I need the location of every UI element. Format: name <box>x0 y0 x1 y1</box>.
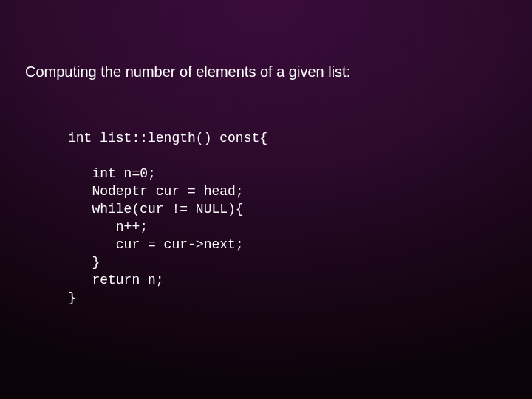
code-line: } <box>68 255 100 270</box>
slide: Computing the number of elements of a gi… <box>0 0 532 399</box>
code-line: cur = cur->next; <box>68 237 244 252</box>
code-line: while(cur != NULL){ <box>68 202 244 216</box>
code-line: int n=0; <box>68 166 156 181</box>
slide-title: Computing the number of elements of a gi… <box>25 64 350 81</box>
code-line: return n; <box>68 273 164 287</box>
code-line: } <box>68 290 76 305</box>
code-line: int list::length() const{ <box>68 131 267 146</box>
code-block: int list::length() const{ int n=0; Nodep… <box>68 129 267 307</box>
code-line: n++; <box>68 219 148 234</box>
code-line: Nodeptr cur = head; <box>68 184 244 199</box>
